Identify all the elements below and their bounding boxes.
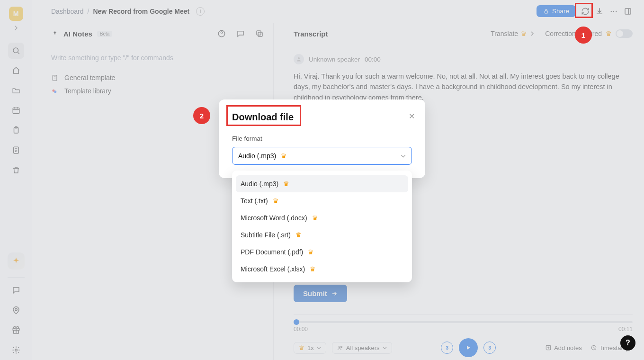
dropdown-item-xlsx[interactable]: Microsoft Excel (.xlsx)♛	[232, 261, 412, 278]
dropdown-item-txt[interactable]: Text (.txt)♛	[232, 192, 412, 209]
crown-icon: ♛	[281, 152, 287, 160]
chevron-down-icon	[401, 153, 406, 159]
crown-icon: ♛	[283, 180, 289, 188]
dropdown-item-pdf[interactable]: PDF Document (.pdf)♛	[232, 243, 412, 261]
dropdown-item-mp3[interactable]: Audio (.mp3)♛	[236, 175, 408, 192]
modal-title: Download file	[232, 112, 412, 123]
crown-icon: ♛	[295, 231, 302, 239]
dropdown-item-label: Microsoft Excel (.xlsx)	[241, 265, 305, 273]
file-format-value: Audio (.mp3)	[238, 152, 276, 160]
file-format-dropdown: Audio (.mp3)♛ Text (.txt)♛ Microsoft Wor…	[232, 171, 412, 282]
dropdown-item-srt[interactable]: Subtitle File (.srt)♛	[232, 226, 412, 243]
crown-icon: ♛	[308, 248, 314, 256]
file-format-select[interactable]: Audio (.mp3) ♛	[232, 147, 412, 165]
crown-icon: ♛	[312, 214, 318, 222]
dropdown-item-label: Audio (.mp3)	[241, 180, 278, 188]
download-modal: Download file ✕ File format Audio (.mp3)…	[219, 99, 425, 178]
help-fab[interactable]: ?	[620, 335, 635, 351]
dropdown-item-label: PDF Document (.pdf)	[241, 248, 303, 256]
annotation-callout-1: 1	[575, 27, 592, 44]
dropdown-item-label: Subtitle File (.srt)	[241, 231, 291, 239]
crown-icon: ♛	[310, 265, 316, 273]
dropdown-item-docx[interactable]: Microsoft Word (.docx)♛	[232, 209, 412, 226]
modal-close-button[interactable]: ✕	[409, 112, 415, 121]
crown-icon: ♛	[273, 197, 279, 205]
dropdown-item-label: Microsoft Word (.docx)	[241, 214, 307, 222]
annotation-callout-2: 2	[193, 107, 210, 124]
file-format-label: File format	[232, 135, 412, 142]
dropdown-item-label: Text (.txt)	[241, 197, 268, 205]
